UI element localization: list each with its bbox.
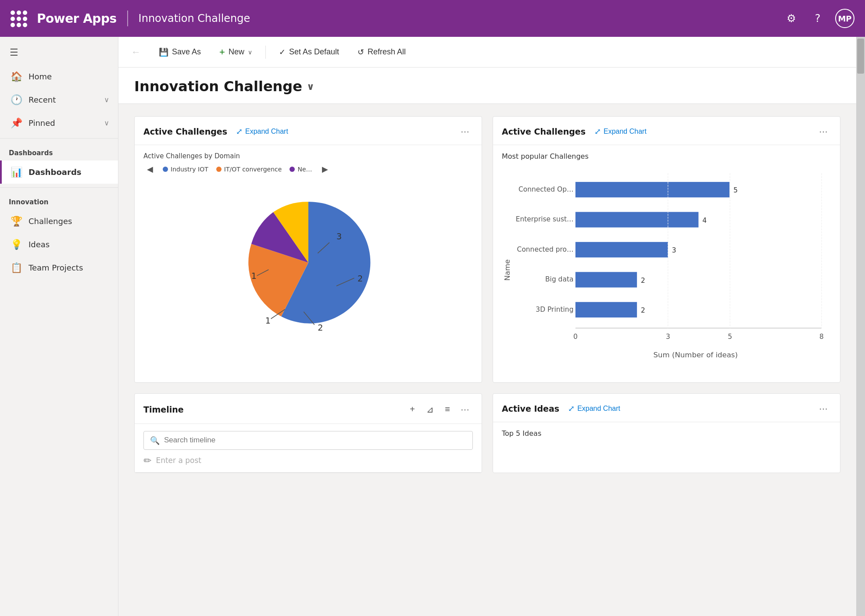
timeline-card: Timeline + ⊿ ≡ ⋯ 🔍 ✏ Enter a post bbox=[134, 393, 482, 473]
dashboards-section-label: Dashboards bbox=[0, 142, 118, 160]
pie-nav-prev[interactable]: ◀ bbox=[145, 164, 155, 174]
search-icon: 🔍 bbox=[150, 436, 160, 445]
title-chevron-icon[interactable]: ∨ bbox=[307, 81, 315, 92]
timeline-more-button[interactable]: ⋯ bbox=[457, 402, 473, 417]
hamburger-menu-button[interactable]: ☰ bbox=[4, 40, 25, 65]
save-as-icon: 💾 bbox=[159, 47, 168, 57]
pie-expand-label: Expand Chart bbox=[245, 128, 288, 135]
ideas-expand-icon: ⤢ bbox=[568, 404, 575, 413]
user-avatar[interactable]: MP bbox=[835, 9, 854, 28]
sidebar-item-challenges[interactable]: 🏆 Challenges bbox=[0, 210, 118, 233]
timeline-search-bar[interactable]: 🔍 bbox=[143, 431, 473, 450]
sidebar-item-team-projects[interactable]: 📋 Team Projects bbox=[0, 256, 118, 279]
timeline-add-button[interactable]: + bbox=[404, 402, 420, 417]
top-nav: Power Apps Innovation Challenge ⚙ ? MP bbox=[0, 0, 865, 37]
bar-card-more-button[interactable]: ⋯ bbox=[815, 125, 831, 139]
sidebar-divider-1 bbox=[0, 138, 118, 139]
pie-label-3: 3 bbox=[336, 231, 342, 242]
scrollbar[interactable] bbox=[856, 37, 865, 616]
nav-divider bbox=[127, 11, 128, 26]
timeline-sort-button[interactable]: ≡ bbox=[440, 402, 455, 417]
sidebar-item-ideas-label: Ideas bbox=[29, 240, 50, 249]
back-button[interactable]: ← bbox=[127, 43, 145, 61]
x-tick-3: 3 bbox=[666, 333, 670, 341]
legend-dot-itot bbox=[216, 167, 222, 172]
bar-rect-4 bbox=[575, 272, 637, 287]
refresh-all-button[interactable]: ↺ Refresh All bbox=[350, 43, 414, 61]
bar-val-5: 2 bbox=[641, 306, 645, 314]
sidebar-item-home-label: Home bbox=[29, 72, 52, 81]
timeline-filter-button[interactable]: ⊿ bbox=[422, 402, 438, 417]
scrollbar-thumb[interactable] bbox=[857, 39, 864, 74]
ideas-expand-chart-button[interactable]: ⤢ Expand Chart bbox=[565, 402, 624, 415]
bar-rect-5 bbox=[575, 302, 637, 317]
sidebar-item-recent[interactable]: 🕐 Recent ∨ bbox=[0, 88, 118, 111]
legend-label-itot: IT/OT convergence bbox=[224, 166, 282, 173]
sidebar-item-dashboards[interactable]: 📊 Dashboards bbox=[0, 160, 118, 184]
settings-icon[interactable]: ⚙ bbox=[783, 10, 800, 27]
pie-label-1-left: 1 bbox=[251, 271, 256, 281]
refresh-label: Refresh All bbox=[368, 47, 406, 57]
bar-expand-label: Expand Chart bbox=[604, 128, 647, 135]
legend-dot-iot bbox=[163, 167, 168, 172]
pinned-chevron-icon: ∨ bbox=[104, 119, 109, 127]
timeline-post-area: ✏ Enter a post bbox=[135, 455, 482, 473]
ideas-card-header: Active Ideas ⤢ Expand Chart ⋯ bbox=[493, 394, 840, 422]
bar-label-2: Enterprise sust… bbox=[516, 215, 574, 223]
recent-chevron-icon: ∨ bbox=[104, 96, 109, 104]
timeline-card-header: Timeline + ⊿ ≡ ⋯ bbox=[135, 394, 482, 424]
bar-expand-icon: ⤢ bbox=[594, 127, 601, 136]
home-icon: 🏠 bbox=[11, 71, 22, 82]
sidebar-item-pinned[interactable]: 📌 Pinned ∨ bbox=[0, 111, 118, 135]
sidebar-item-home[interactable]: 🏠 Home bbox=[0, 65, 118, 88]
pie-nav-next[interactable]: ▶ bbox=[320, 164, 330, 174]
new-button[interactable]: + New ∨ bbox=[211, 42, 260, 62]
pie-label-2-right: 2 bbox=[357, 274, 363, 284]
bar-label-1: Connected Op… bbox=[518, 185, 574, 193]
bar-label-5: 3D Printing bbox=[536, 306, 573, 313]
active-challenges-pie-card: Active Challenges ⤢ Expand Chart ⋯ Activ… bbox=[134, 116, 482, 383]
pencil-icon: ✏ bbox=[143, 455, 151, 466]
bar-y-axis-label: Name bbox=[503, 260, 511, 281]
set-default-label: Set As Default bbox=[289, 47, 339, 57]
ideas-subtitle: Top 5 Ideas bbox=[502, 429, 831, 438]
help-icon[interactable]: ? bbox=[809, 10, 826, 27]
page-title: Innovation Challenge ∨ bbox=[134, 78, 840, 95]
pie-label-1-btm: 1 bbox=[265, 316, 270, 326]
sidebar-item-recent-label: Recent bbox=[29, 95, 56, 104]
sidebar-item-pinned-label: Pinned bbox=[29, 118, 55, 128]
pie-card-more-button[interactable]: ⋯ bbox=[457, 125, 473, 139]
sidebar-divider-2 bbox=[0, 187, 118, 188]
pie-card-header: Active Challenges ⤢ Expand Chart ⋯ bbox=[135, 117, 482, 145]
bar-card-title: Active Challenges bbox=[502, 127, 586, 136]
page-title-text: Innovation Challenge bbox=[134, 78, 302, 95]
app-launcher-button[interactable] bbox=[11, 11, 26, 26]
pie-chart-section: Active Challenges by Domain ◀ Industry I… bbox=[135, 145, 482, 353]
pie-expand-chart-button[interactable]: ⤢ Expand Chart bbox=[232, 125, 292, 138]
bar-val-2: 4 bbox=[702, 217, 707, 224]
ideas-card-more-button[interactable]: ⋯ bbox=[815, 402, 831, 416]
set-default-button[interactable]: ✓ Set As Default bbox=[271, 43, 347, 61]
timeline-post-placeholder[interactable]: Enter a post bbox=[156, 456, 201, 465]
sidebar: ☰ 🏠 Home 🕐 Recent ∨ 📌 Pinned ∨ Dashboard… bbox=[0, 37, 118, 616]
team-projects-icon: 📋 bbox=[11, 262, 22, 273]
pie-label-2-btm: 2 bbox=[318, 323, 323, 333]
bar-label-3: Connected pro… bbox=[517, 246, 574, 253]
timeline-search-input[interactable] bbox=[164, 436, 466, 445]
ideas-expand-label: Expand Chart bbox=[577, 405, 620, 413]
x-tick-0: 0 bbox=[573, 333, 578, 341]
x-axis-label: Sum (Number of ideas) bbox=[654, 351, 738, 359]
ideas-card-title: Active Ideas bbox=[502, 404, 559, 413]
timeline-card-title: Timeline bbox=[143, 405, 184, 414]
pie-subtitle: Active Challenges by Domain bbox=[143, 152, 473, 160]
checkmark-icon: ✓ bbox=[279, 47, 286, 57]
sidebar-item-ideas[interactable]: 💡 Ideas bbox=[0, 233, 118, 256]
toolbar-separator-1 bbox=[265, 46, 266, 59]
legend-item-itot: IT/OT convergence bbox=[216, 166, 282, 173]
active-ideas-card: Active Ideas ⤢ Expand Chart ⋯ Top 5 Idea… bbox=[493, 393, 840, 473]
new-icon: + bbox=[219, 46, 225, 58]
x-tick-8: 8 bbox=[819, 333, 824, 341]
bar-val-3: 3 bbox=[672, 246, 676, 254]
bar-expand-chart-button[interactable]: ⤢ Expand Chart bbox=[591, 125, 650, 138]
save-as-button[interactable]: 💾 Save As bbox=[151, 43, 209, 61]
